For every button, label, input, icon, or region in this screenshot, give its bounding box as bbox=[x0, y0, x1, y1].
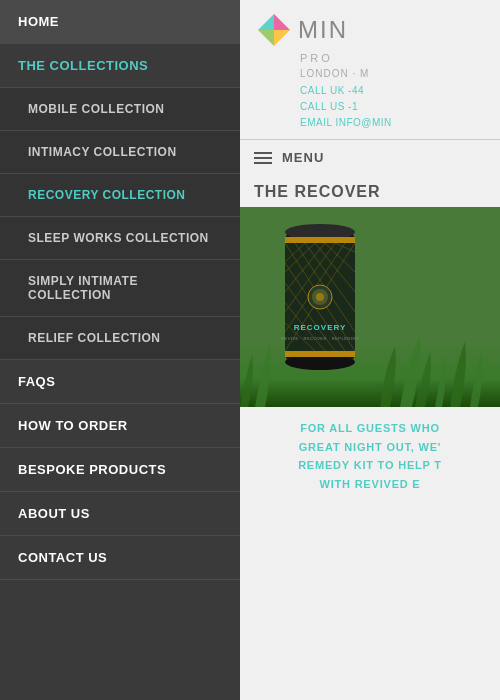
sidebar-item-recovery-collection[interactable]: RECOVERY COLLECTION bbox=[0, 174, 240, 217]
logo-icon bbox=[256, 12, 292, 48]
product-image-area: RECOVERY REVIVE · RECOVER · REPLENISH bbox=[240, 207, 500, 407]
content-area: THE RECOVER bbox=[240, 175, 500, 700]
sidebar-item-bespoke-products[interactable]: BESPOKE PRODUCTS bbox=[0, 448, 240, 492]
description-text: FOR ALL GUESTS WHO GREAT NIGHT OUT, WE' … bbox=[254, 419, 486, 494]
menu-label: MENU bbox=[282, 150, 324, 165]
svg-rect-8 bbox=[285, 237, 355, 243]
logo-area: MIN bbox=[256, 12, 348, 48]
sidebar-item-mobile-collection[interactable]: MOBILE COLLECTION bbox=[0, 88, 240, 131]
menu-bar: MENU bbox=[240, 140, 500, 175]
svg-marker-4 bbox=[274, 30, 290, 46]
call-us: CALL US -1 bbox=[300, 99, 392, 115]
menu-line-3 bbox=[254, 162, 272, 164]
menu-line-1 bbox=[254, 152, 272, 154]
menu-line-2 bbox=[254, 157, 272, 159]
sidebar-item-relief-collection[interactable]: RELIEF COLLECTION bbox=[0, 317, 240, 360]
location-text: LONDON · M bbox=[300, 68, 369, 79]
svg-marker-3 bbox=[258, 30, 274, 46]
sidebar-item-about-us[interactable]: ABOUT US bbox=[0, 492, 240, 536]
sidebar-item-faqs[interactable]: FAQS bbox=[0, 360, 240, 404]
call-uk: CALL UK -44 bbox=[300, 83, 392, 99]
sidebar: HOMETHE COLLECTIONSMOBILE COLLECTIONINTI… bbox=[0, 0, 240, 700]
sidebar-item-sleep-works-collection[interactable]: SLEEP WORKS COLLECTION bbox=[0, 217, 240, 260]
sidebar-item-home[interactable]: HOME bbox=[0, 0, 240, 44]
svg-point-29 bbox=[316, 293, 324, 301]
grass-decoration bbox=[240, 327, 500, 407]
sidebar-item-simply-intimate-collection[interactable]: SIMPLY INTIMATE COLLECTION bbox=[0, 260, 240, 317]
header: MIN PRO LONDON · M CALL UK -44 CALL US -… bbox=[240, 0, 500, 139]
sidebar-item-how-to-order[interactable]: HOW TO ORDER bbox=[0, 404, 240, 448]
logo-sub: PRO bbox=[300, 52, 333, 64]
main-content: MIN PRO LONDON · M CALL UK -44 CALL US -… bbox=[240, 0, 500, 700]
description-area: FOR ALL GUESTS WHO GREAT NIGHT OUT, WE' … bbox=[240, 407, 500, 506]
recovery-title: THE RECOVER bbox=[240, 175, 500, 207]
logo-text: MIN bbox=[298, 16, 348, 44]
sidebar-item-intimacy-collection[interactable]: INTIMACY COLLECTION bbox=[0, 131, 240, 174]
contact-info: CALL UK -44 CALL US -1 EMAIL INFO@MIN bbox=[300, 83, 392, 131]
sidebar-item-contact-us[interactable]: CONTACT US bbox=[0, 536, 240, 580]
svg-marker-1 bbox=[274, 14, 290, 30]
hamburger-menu-icon[interactable] bbox=[254, 152, 272, 164]
svg-marker-2 bbox=[258, 14, 274, 30]
sidebar-item-the-collections[interactable]: THE COLLECTIONS bbox=[0, 44, 240, 88]
email: EMAIL INFO@MIN bbox=[300, 115, 392, 131]
